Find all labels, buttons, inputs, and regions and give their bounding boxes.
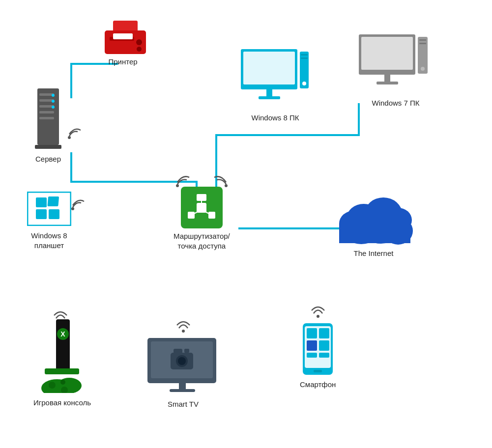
server-label: Сервер (35, 154, 61, 164)
svg-rect-50 (339, 224, 410, 243)
svg-rect-81 (319, 328, 329, 338)
svg-rect-12 (39, 117, 54, 119)
smarttv-icon (147, 338, 219, 396)
internet-device: The Internet (334, 192, 413, 258)
svg-rect-83 (319, 340, 329, 351)
svg-rect-75 (179, 383, 186, 389)
xbox-icon: X (37, 319, 87, 395)
svg-rect-86 (314, 370, 322, 372)
svg-rect-19 (243, 52, 295, 84)
svg-rect-11 (39, 111, 54, 113)
printer-icon (101, 20, 145, 54)
svg-point-6 (137, 47, 142, 52)
win8pc-icon (241, 49, 310, 110)
tablet-icon (27, 192, 71, 228)
svg-point-34 (176, 184, 179, 187)
win8pc-label: Windows 8 ПК (251, 113, 299, 123)
svg-rect-55 (36, 209, 47, 219)
printer-device: Принтер (101, 20, 145, 67)
svg-rect-85 (319, 353, 329, 358)
svg-point-5 (136, 39, 142, 45)
svg-rect-21 (259, 96, 280, 99)
win7pc-device: Windows 7 ПК (359, 34, 433, 108)
server-icon (33, 88, 63, 152)
svg-point-63 (57, 378, 82, 393)
internet-cloud-icon (334, 192, 413, 246)
svg-rect-80 (307, 328, 317, 338)
svg-rect-84 (307, 353, 317, 358)
svg-point-67 (182, 330, 185, 333)
win7pc-label: Windows 7 ПК (372, 98, 419, 108)
svg-point-66 (60, 380, 65, 385)
win8pc-device: Windows 8 ПК (241, 49, 310, 123)
svg-rect-7 (37, 88, 59, 145)
svg-rect-58 (56, 319, 70, 371)
smarttv-label: Smart TV (168, 399, 199, 409)
svg-text:X: X (61, 330, 66, 338)
network-diagram: Принтер Сервер (0, 0, 492, 448)
svg-rect-73 (174, 349, 182, 354)
svg-rect-39 (197, 194, 206, 201)
svg-rect-27 (361, 37, 413, 70)
svg-point-72 (178, 357, 186, 365)
svg-rect-33 (419, 43, 426, 44)
svg-rect-4 (113, 33, 133, 39)
svg-point-31 (421, 67, 425, 71)
server-device: Сервер (33, 88, 63, 164)
svg-point-13 (52, 94, 55, 97)
svg-rect-61 (45, 368, 79, 374)
svg-rect-54 (47, 196, 59, 206)
svg-rect-25 (301, 57, 308, 59)
svg-point-17 (68, 136, 71, 139)
svg-point-77 (317, 315, 319, 318)
smartphone-wifi (311, 305, 325, 320)
smartphone-icon (302, 323, 334, 377)
smartphone-device: Смартфон (300, 305, 336, 390)
router-device: Маршрутизатор/ точка доступа (174, 187, 230, 251)
svg-rect-29 (376, 82, 398, 84)
server-wifi (68, 128, 83, 142)
win7pc-icon (359, 34, 433, 95)
svg-point-23 (302, 82, 306, 85)
smartphone-label: Смартфон (300, 380, 336, 390)
svg-point-14 (52, 100, 55, 103)
svg-point-64 (49, 382, 56, 389)
svg-rect-24 (301, 54, 308, 56)
internet-label: The Internet (354, 249, 394, 258)
svg-rect-56 (49, 209, 59, 219)
svg-point-51 (71, 207, 74, 210)
svg-rect-32 (419, 39, 426, 41)
svg-rect-16 (35, 145, 61, 149)
svg-rect-76 (170, 389, 195, 392)
router-icon (181, 187, 223, 228)
xbox-label: Игровая консоль (33, 398, 91, 408)
svg-rect-74 (184, 349, 189, 353)
svg-rect-28 (384, 75, 390, 82)
tablet-label: Windows 8 планшет (31, 231, 67, 250)
svg-point-35 (225, 184, 228, 187)
tablet-wifi (71, 199, 86, 213)
svg-rect-53 (36, 197, 47, 207)
xbox-device: X Игровая консоль (33, 319, 91, 408)
router-label: Маршрутизатор/ точка доступа (174, 231, 230, 251)
tablet-device: Windows 8 планшет (27, 192, 71, 250)
svg-rect-82 (307, 340, 317, 351)
smarttv-wifi (176, 319, 191, 335)
svg-point-15 (52, 106, 55, 109)
smarttv-device: Smart TV (147, 319, 219, 409)
svg-rect-20 (266, 89, 272, 96)
